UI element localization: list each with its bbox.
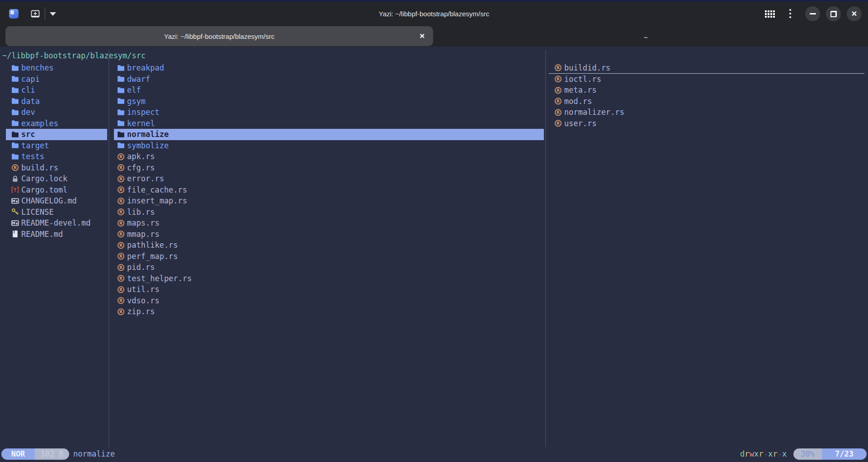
svg-text:R: R [119,155,123,159]
file-row[interactable]: Rzip.rs [114,306,544,317]
file-row[interactable]: Rbuildid.rs [549,62,864,74]
svg-text:R: R [119,232,123,236]
folder-icon [11,64,19,72]
file-row[interactable]: Rpathlike.rs [114,240,544,251]
file-row[interactable]: README-devel.md [6,217,107,229]
cursor-position-badge: 7/23 [822,448,867,460]
file-row[interactable]: Rlib.rs [114,207,544,218]
minimize-button[interactable] [805,6,820,21]
directory-row[interactable]: kernel [114,118,544,129]
file-row[interactable]: Rbuild.rs [6,162,107,174]
rust-icon: R [554,64,562,71]
svg-text:R: R [119,188,123,192]
directory-row[interactable]: symbolize [114,140,544,151]
entry-name: test_helper.rs [127,273,192,284]
rust-icon: R [11,164,19,171]
entry-name: normalize [127,129,169,140]
file-row[interactable]: Rpid.rs [114,262,544,273]
rust-icon: R [117,264,125,271]
mode-size-pill: NOR 102 B [1,448,69,460]
file-row[interactable]: Rcfg.rs [114,162,544,174]
tab-strip: Yazi: ~/libbpf-bootstrap/blazesym/src ✕ … [0,26,868,47]
directory-row[interactable]: benches [6,62,107,74]
file-row[interactable]: Rmaps.rs [114,217,544,229]
breadcrumb-path: ~/libbpf-bootstrap/blazesym/src [2,50,146,61]
entry-name: dev [21,107,35,118]
restore-button[interactable] [826,6,841,21]
directory-row[interactable]: src [6,129,107,140]
rust-icon: R [117,164,125,171]
terminal-window: Yazi: ~/libbpf-bootstrap/blazesym/src ✕ … [0,0,868,462]
file-row[interactable]: Rperf_map.rs [114,251,544,262]
directory-row[interactable]: dev [6,107,107,118]
entry-name: mmap.rs [127,229,160,240]
file-row[interactable]: Rmod.rs [549,96,864,107]
file-row[interactable]: Rutil.rs [114,284,544,295]
entry-name: util.rs [127,284,160,295]
rust-icon: R [117,252,125,260]
directory-row[interactable]: data [6,96,107,107]
entry-name: build.rs [21,162,58,174]
folder-icon [11,131,19,138]
entry-name: vdso.rs [127,295,160,306]
entry-name: elf [127,85,141,96]
markdown-icon [11,197,19,205]
folder-icon [117,64,125,72]
entry-name: normalizer.rs [564,107,624,118]
directory-row[interactable]: examples [6,118,107,129]
svg-text:R: R [119,288,123,292]
svg-text:R: R [119,165,123,170]
terminal-tab[interactable]: Yazi: ~/libbpf-bootstrap/blazesym/src ✕ [5,26,433,46]
file-row[interactable]: Rfile_cache.rs [114,184,544,196]
file-row[interactable]: Cargo.toml [6,184,107,196]
file-row[interactable]: Cargo.lock [6,173,107,184]
directory-row[interactable]: inspect [114,107,544,118]
file-row[interactable]: Rmmap.rs [114,229,544,240]
entry-name: lib.rs [127,207,155,218]
minimize-icon [810,13,816,14]
directory-row[interactable]: gsym [114,96,544,107]
svg-text:R: R [557,121,560,126]
entry-name: mod.rs [564,96,592,107]
svg-text:R: R [557,88,560,93]
close-button[interactable]: ✕ [847,6,862,21]
entry-name: maps.rs [127,217,160,229]
directory-row[interactable]: target [6,140,107,151]
new-tab-button[interactable] [30,9,41,19]
parent-directory-pane: benchescapiclidatadevexamplessrctargette… [0,62,108,240]
rust-icon: R [554,119,562,127]
file-row[interactable]: Rapk.rs [114,151,544,162]
file-row[interactable]: Rerror.rs [114,173,544,184]
file-row[interactable]: Rioctl.rs [549,74,864,85]
entry-name: examples [21,118,58,129]
file-row[interactable]: README.md [6,229,107,240]
file-row[interactable]: CHANGELOG.md [6,195,107,207]
tab-close-icon[interactable]: ✕ [417,26,427,46]
file-row[interactable]: Rtest_helper.rs [114,273,544,284]
entry-name: LICENSE [21,207,54,218]
directory-row[interactable]: capi [6,74,107,85]
folder-icon [117,141,125,149]
entry-name: capi [21,74,40,85]
directory-row[interactable]: cli [6,85,107,96]
directory-row[interactable]: elf [114,85,544,96]
svg-text:R: R [557,99,560,104]
apps-grid-icon[interactable] [765,10,775,18]
directory-row[interactable]: normalize [114,129,544,140]
file-row[interactable]: Ruser.rs [549,118,864,129]
file-row[interactable]: LICENSE [6,207,107,218]
file-row[interactable]: Rvdso.rs [114,295,544,306]
file-row[interactable]: Rmeta.rs [549,85,864,96]
rust-icon: R [554,97,562,105]
directory-row[interactable]: dwarf [114,74,544,85]
mode-badge: NOR [1,448,35,460]
directory-row[interactable]: breakpad [114,62,544,74]
entry-name: inspect [127,107,160,118]
file-row[interactable]: Rinsert_map.rs [114,195,544,207]
file-row[interactable]: Rnormalizer.rs [549,107,864,118]
menu-kebab-icon[interactable] [789,9,791,19]
chevron-down-icon[interactable] [50,12,56,16]
directory-row[interactable]: tests [6,151,107,162]
key-icon [11,208,19,216]
terminal-app-icon [9,9,19,19]
